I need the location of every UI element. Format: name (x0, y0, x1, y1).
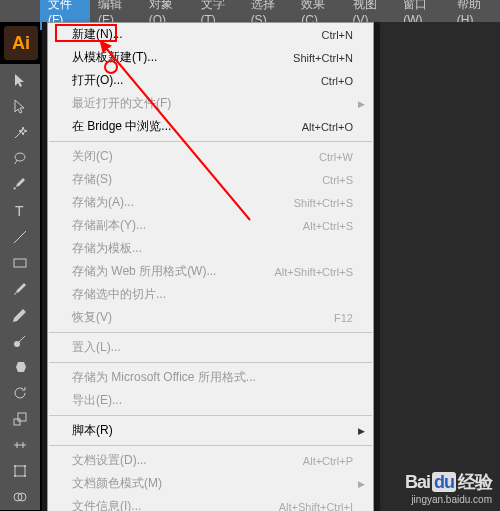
menu-item: 文件信息(I)...Alt+Shift+Ctrl+I (48, 495, 373, 511)
menu-item: 文档颜色模式(M)▶ (48, 472, 373, 495)
file-menu-dropdown: 新建(N)...Ctrl+N从模板新建(T)...Shift+Ctrl+N打开(… (47, 22, 374, 511)
menu-item: 存储为(A)...Shift+Ctrl+S (48, 191, 373, 214)
type-tool[interactable]: T (8, 199, 32, 223)
menu-item-shortcut: Shift+Ctrl+N (293, 52, 353, 64)
menu-item: 置入(L)... (48, 336, 373, 359)
menu-separator (49, 332, 372, 333)
menu-item-label: 文件信息(I)... (72, 498, 141, 511)
menu-item-label: 存储副本(Y)... (72, 217, 146, 234)
menu-item: 恢复(V)F12 (48, 306, 373, 329)
menu-separator (49, 445, 372, 446)
menu-item-label: 最近打开的文件(F) (72, 95, 171, 112)
menu-item-shortcut: Ctrl+W (319, 151, 353, 163)
menubar: 文件(F)编辑(E)对象(O)文字(T)选择(S)效果(C)视图(V)窗口(W)… (0, 0, 500, 22)
menu-item-label: 在 Bridge 中浏览... (72, 118, 171, 135)
menu-item-shortcut: Alt+Ctrl+S (303, 220, 353, 232)
menu-item-label: 置入(L)... (72, 339, 121, 356)
paintbrush-tool[interactable] (8, 277, 32, 301)
menu-item: 存储副本(Y)...Alt+Ctrl+S (48, 214, 373, 237)
menu-item-label: 存储选中的切片... (72, 286, 166, 303)
rotate-tool[interactable] (8, 381, 32, 405)
blob-brush-tool[interactable] (8, 329, 32, 353)
pen-tool[interactable] (8, 173, 32, 197)
svg-point-0 (15, 153, 25, 161)
menu-item[interactable]: 在 Bridge 中浏览...Alt+Ctrl+O (48, 115, 373, 138)
menu-item-label: 文档设置(D)... (72, 452, 147, 469)
menu-item-label: 存储为 Web 所用格式(W)... (72, 263, 216, 280)
direct-selection-tool[interactable] (8, 95, 32, 119)
svg-rect-5 (14, 419, 20, 425)
menu-item-shortcut: F12 (334, 312, 353, 324)
selection-tool[interactable] (8, 69, 32, 93)
menu-item: 存储选中的切片... (48, 283, 373, 306)
svg-text:T: T (15, 203, 24, 219)
chevron-right-icon: ▶ (358, 479, 365, 489)
scale-tool[interactable] (8, 407, 32, 431)
menu-item-label: 新建(N)... (72, 26, 123, 43)
svg-point-11 (24, 475, 26, 477)
menu-item: 关闭(C)Ctrl+W (48, 145, 373, 168)
menu-separator (49, 415, 372, 416)
menu-item-label: 从模板新建(T)... (72, 49, 157, 66)
menu-item: 存储为 Microsoft Office 所用格式... (48, 366, 373, 389)
eraser-tool[interactable] (8, 355, 32, 379)
menu-item: 存储(S)Ctrl+S (48, 168, 373, 191)
menu-item-label: 存储为(A)... (72, 194, 134, 211)
menu-item-label: 脚本(R) (72, 422, 113, 439)
menu-item: 存储为 Web 所用格式(W)...Alt+Shift+Ctrl+S (48, 260, 373, 283)
menu-item-label: 关闭(C) (72, 148, 113, 165)
menu-item-shortcut: Alt+Shift+Ctrl+S (274, 266, 353, 278)
app-icon: Ai (4, 26, 38, 60)
svg-rect-3 (14, 259, 26, 267)
watermark-brand: Bai (405, 472, 430, 492)
toolbar: T (0, 64, 40, 510)
menu-item-shortcut: Ctrl+S (322, 174, 353, 186)
rectangle-tool[interactable] (8, 251, 32, 275)
pencil-tool[interactable] (8, 303, 32, 327)
canvas-panel (380, 22, 500, 511)
svg-rect-6 (18, 413, 26, 421)
menu-item[interactable]: 打开(O)...Ctrl+O (48, 69, 373, 92)
watermark-brand: du (432, 472, 456, 492)
menu-item-shortcut: Ctrl+N (322, 29, 353, 41)
menu-item-label: 存储为 Microsoft Office 所用格式... (72, 369, 256, 386)
menu-separator (49, 362, 372, 363)
menu-item-label: 打开(O)... (72, 72, 123, 89)
menu-item-shortcut: Alt+Shift+Ctrl+I (279, 501, 353, 512)
line-tool[interactable] (8, 225, 32, 249)
magic-wand-tool[interactable] (8, 121, 32, 145)
watermark-brand: 经验 (458, 472, 492, 492)
svg-point-8 (14, 465, 16, 467)
menu-item-label: 导出(E)... (72, 392, 122, 409)
watermark: Baidu经验 jingyan.baidu.com (405, 470, 492, 505)
menu-item-label: 存储(S) (72, 171, 112, 188)
svg-point-9 (24, 465, 26, 467)
menu-separator (49, 141, 372, 142)
chevron-right-icon: ▶ (358, 99, 365, 109)
menu-item-label: 存储为模板... (72, 240, 142, 257)
menu-item: 最近打开的文件(F)▶ (48, 92, 373, 115)
free-transform-tool[interactable] (8, 459, 32, 483)
menu-item: 导出(E)... (48, 389, 373, 412)
menu-item-shortcut: Shift+Ctrl+S (294, 197, 353, 209)
shape-builder-tool[interactable] (8, 485, 32, 509)
menu-item: 文档设置(D)...Alt+Ctrl+P (48, 449, 373, 472)
svg-line-2 (14, 231, 26, 243)
watermark-url: jingyan.baidu.com (405, 494, 492, 505)
menu-item[interactable]: 脚本(R)▶ (48, 419, 373, 442)
menu-item-label: 文档颜色模式(M) (72, 475, 162, 492)
chevron-right-icon: ▶ (358, 426, 365, 436)
menu-item[interactable]: 从模板新建(T)...Shift+Ctrl+N (48, 46, 373, 69)
menu-item-shortcut: Alt+Ctrl+P (303, 455, 353, 467)
lasso-tool[interactable] (8, 147, 32, 171)
menu-item-label: 恢复(V) (72, 309, 112, 326)
svg-point-10 (14, 475, 16, 477)
menu-item-shortcut: Ctrl+O (321, 75, 353, 87)
menu-item[interactable]: 新建(N)...Ctrl+N (48, 23, 373, 46)
width-tool[interactable] (8, 433, 32, 457)
svg-rect-7 (15, 466, 25, 476)
menu-item-shortcut: Alt+Ctrl+O (302, 121, 353, 133)
menu-item: 存储为模板... (48, 237, 373, 260)
